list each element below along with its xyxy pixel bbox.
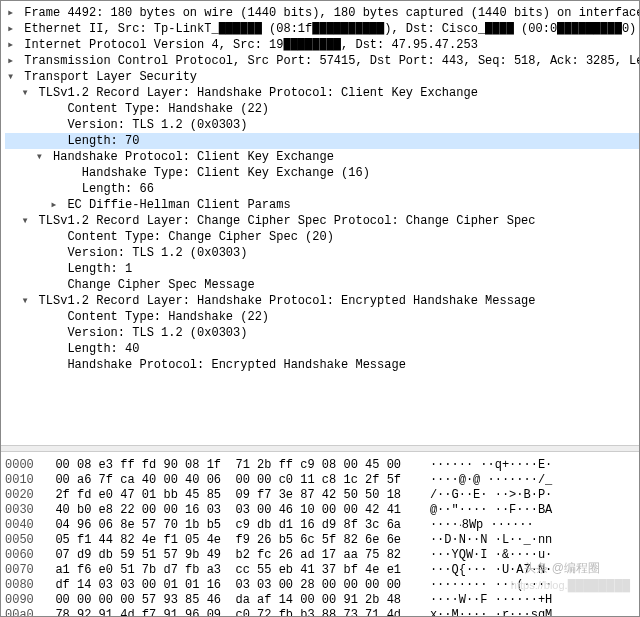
arrow-down-icon[interactable]: ▾ [36,149,46,165]
arrow-spacer [36,277,46,293]
packet-details-pane[interactable]: ▸ Frame 4492: 180 bytes on wire (1440 bi… [1,1,639,445]
detail-row[interactable]: ▸ Internet Protocol Version 4, Src: 19██… [5,37,639,53]
hex-row[interactable]: 0090 00 00 00 00 57 93 85 46 da af 14 00… [5,593,635,608]
arrow-right-icon[interactable]: ▸ [7,5,17,21]
hex-row[interactable]: 0040 04 96 06 8e 57 70 1b b5 c9 db d1 16… [5,518,635,533]
hex-offset: 0060 [5,548,34,562]
detail-row[interactable]: Length: 40 [5,341,639,357]
arrow-spacer [50,181,60,197]
arrow-spacer [50,165,60,181]
detail-row[interactable]: Version: TLS 1.2 (0x0303) [5,245,639,261]
detail-row[interactable]: ▾ Handshake Protocol: Client Key Exchang… [5,149,639,165]
hex-offset: 0090 [5,593,34,607]
hex-offset: 0040 [5,518,34,532]
hex-row[interactable]: 0030 40 b0 e8 22 00 00 16 03 03 00 46 10… [5,503,635,518]
detail-row[interactable]: ▸ Ethernet II, Src: Tp-LinkT_██████ (08:… [5,21,639,37]
arrow-spacer [36,117,46,133]
pane-divider[interactable] [1,445,639,452]
arrow-down-icon[interactable]: ▾ [7,69,17,85]
detail-row[interactable]: ▸ EC Diffie-Hellman Client Params [5,197,639,213]
detail-row[interactable]: ▸ Transmission Control Protocol, Src Por… [5,53,639,69]
toutiao-watermark: 头条 @编程圈 [524,560,600,577]
detail-row[interactable]: Content Type: Change Cipher Spec (20) [5,229,639,245]
packet-bytes-pane[interactable]: 0000 00 08 e3 ff fd 90 08 1f 71 2b ff c9… [1,452,639,616]
arrow-spacer [36,133,46,149]
hex-offset: 0070 [5,563,34,577]
arrow-right-icon[interactable]: ▸ [7,21,17,37]
arrow-spacer [36,341,46,357]
arrow-right-icon[interactable]: ▸ [50,197,60,213]
hex-row[interactable]: 0020 2f fd e0 47 01 bb 45 85 09 f7 3e 87… [5,488,635,503]
hex-offset: 0080 [5,578,34,592]
hex-row[interactable]: 0000 00 08 e3 ff fd 90 08 1f 71 2b ff c9… [5,458,635,473]
hex-row[interactable]: 00a0 78 92 91 4d f7 91 96 09 c0 72 fb b3… [5,608,635,616]
detail-row[interactable]: Content Type: Handshake (22) [5,309,639,325]
arrow-spacer [36,325,46,341]
arrow-down-icon[interactable]: ▾ [21,293,31,309]
hex-offset: 0000 [5,458,34,472]
arrow-spacer [36,261,46,277]
hex-row[interactable]: 0010 00 a6 7f ca 40 00 40 06 00 00 c0 11… [5,473,635,488]
detail-row[interactable]: Content Type: Handshake (22) [5,101,639,117]
hex-offset: 00a0 [5,608,34,616]
arrow-spacer [36,229,46,245]
detail-row[interactable]: Handshake Type: Client Key Exchange (16) [5,165,639,181]
hex-row[interactable]: 0050 05 f1 44 82 4e f1 05 4e f9 26 b5 6c… [5,533,635,548]
hex-offset: 0030 [5,503,34,517]
detail-row[interactable]: ▾ Transport Layer Security [5,69,639,85]
arrow-right-icon[interactable]: ▸ [7,37,17,53]
detail-row[interactable]: Length: 70 [5,133,639,149]
arrow-right-icon[interactable]: ▸ [7,53,17,69]
detail-row[interactable]: Change Cipher Spec Message [5,277,639,293]
detail-row[interactable]: Handshake Protocol: Encrypted Handshake … [5,357,639,373]
detail-row[interactable]: Version: TLS 1.2 (0x0303) [5,325,639,341]
hex-offset: 0020 [5,488,34,502]
csdn-watermark: https://blog.████████ [511,579,630,591]
hex-offset: 0050 [5,533,34,547]
detail-row[interactable]: ▸ Frame 4492: 180 bytes on wire (1440 bi… [5,5,639,21]
detail-row[interactable]: ▾ TLSv1.2 Record Layer: Handshake Protoc… [5,85,639,101]
arrow-spacer [36,357,46,373]
detail-row[interactable]: ▾ TLSv1.2 Record Layer: Change Cipher Sp… [5,213,639,229]
arrow-spacer [36,309,46,325]
detail-row[interactable]: Length: 1 [5,261,639,277]
arrow-down-icon[interactable]: ▾ [21,85,31,101]
arrow-spacer [36,245,46,261]
detail-row[interactable]: Version: TLS 1.2 (0x0303) [5,117,639,133]
arrow-spacer [36,101,46,117]
detail-row[interactable]: ▾ TLSv1.2 Record Layer: Handshake Protoc… [5,293,639,309]
detail-row[interactable]: Length: 66 [5,181,639,197]
arrow-down-icon[interactable]: ▾ [21,213,31,229]
hex-offset: 0010 [5,473,34,487]
